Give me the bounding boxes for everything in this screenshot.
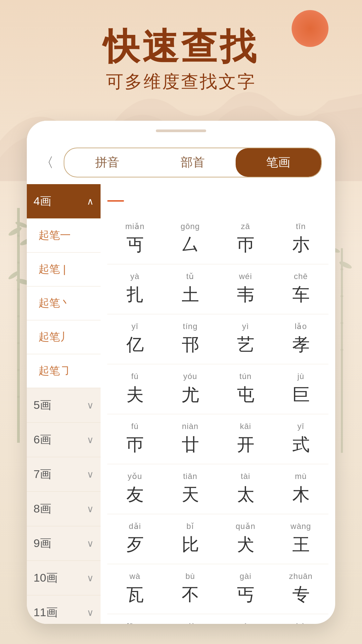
sidebar-subitem-qi1[interactable]: 起笔一	[27, 219, 101, 253]
svg-rect-4	[17, 262, 20, 264]
char-cell-22[interactable]: tài太	[218, 464, 273, 514]
char-cell-17[interactable]: niàn廿	[163, 414, 218, 464]
sidebar-label-4hua: 4画	[34, 194, 51, 209]
char-chinese-27: 王	[292, 533, 310, 556]
char-cell-29[interactable]: bù不	[163, 564, 218, 614]
app-content: 〈 拼音 部首 笔画 4画 ∧ 起笔一 起笔 |	[27, 141, 335, 624]
char-pinyin-11: lǎo	[295, 322, 307, 331]
svg-rect-29	[341, 295, 343, 297]
sidebar-item-8hua[interactable]: 8画 ∨	[27, 492, 101, 526]
sidebar-subitem-qi2[interactable]: 起笔 |	[27, 253, 101, 286]
char-chinese-7: 车	[292, 283, 310, 307]
char-chinese-25: 比	[182, 533, 199, 556]
char-chinese-29: 不	[182, 583, 199, 606]
char-chinese-15: 巨	[292, 383, 310, 407]
char-cell-28[interactable]: wà瓦	[107, 564, 163, 614]
main-body: 4画 ∧ 起笔一 起笔 | 起笔丶 起笔丿 起笔㇆	[27, 184, 335, 624]
char-pinyin-24: dǎi	[129, 522, 141, 531]
phone-mockup: 〈 拼音 部首 笔画 4画 ∧ 起笔一 起笔 |	[27, 121, 335, 624]
sidebar-item-5hua[interactable]: 5画 ∨	[27, 388, 101, 423]
sidebar-item-11hua[interactable]: 11画 ∨	[27, 595, 101, 624]
chevron-down-icon-10: ∨	[87, 573, 94, 584]
sidebar-sublabel-qi2: 起笔 |	[39, 262, 66, 277]
char-cell-6[interactable]: wéi韦	[218, 264, 273, 314]
char-chinese-2: 帀	[237, 233, 254, 257]
sidebar-subitem-qi4[interactable]: 起笔丿	[27, 320, 101, 354]
char-chinese-28: 瓦	[126, 583, 144, 606]
char-cell-33[interactable]: xià丕	[163, 614, 218, 624]
char-cell-35[interactable]: hù互	[273, 614, 328, 624]
char-cell-18[interactable]: kāi开	[218, 414, 273, 464]
tab-bihua[interactable]: 笔画	[236, 148, 321, 177]
char-cell-26[interactable]: quǎn犬	[218, 514, 273, 564]
char-cell-10[interactable]: yì艺	[218, 314, 273, 364]
char-chinese-16: 帀	[126, 433, 144, 457]
sidebar-label-7hua: 7画	[34, 467, 51, 482]
char-cell-27[interactable]: wàng王	[273, 514, 328, 564]
char-cell-30[interactable]: gài丐	[218, 564, 273, 614]
char-cell-20[interactable]: yǒu友	[107, 464, 163, 514]
sidebar-subitem-qi5[interactable]: 起笔㇆	[27, 354, 101, 388]
char-cell-14[interactable]: tún屯	[218, 364, 273, 414]
svg-point-15	[7, 226, 22, 237]
char-cell-5[interactable]: tǔ土	[163, 264, 218, 314]
char-chinese-10: 艺	[237, 333, 254, 357]
tabs-container: 拼音 部首 笔画	[64, 148, 322, 177]
svg-point-35	[339, 260, 353, 270]
char-cell-19[interactable]: yī式	[273, 414, 328, 464]
char-chinese-21: 天	[182, 483, 199, 506]
char-pinyin-33: xià	[185, 622, 196, 624]
sidebar-label-11hua: 11画	[34, 605, 58, 620]
char-cell-32[interactable]: fēng丰	[107, 614, 163, 624]
char-pinyin-12: fú	[131, 372, 138, 381]
char-pinyin-25: bǐ	[186, 522, 194, 531]
char-chinese-31: 专	[292, 583, 310, 606]
char-chinese-23: 木	[292, 483, 310, 506]
char-cell-2[interactable]: zā帀	[218, 214, 273, 264]
char-cell-12[interactable]: fú夫	[107, 364, 163, 414]
char-cell-7[interactable]: chē车	[273, 264, 328, 314]
content-area: miǎn丏gōng厶zā帀tīn朩yà扎tǔ土wéi韦chē车yī亿tíng邗y…	[101, 184, 335, 624]
char-cell-0[interactable]: miǎn丏	[107, 214, 163, 264]
char-pinyin-2: zā	[241, 222, 250, 231]
char-cell-15[interactable]: jù巨	[273, 364, 328, 414]
char-pinyin-8: yī	[131, 322, 138, 331]
tab-bushou[interactable]: 部首	[150, 148, 235, 177]
svg-rect-3	[17, 235, 20, 237]
char-cell-11[interactable]: lǎo孝	[273, 314, 328, 364]
char-pinyin-22: tài	[241, 472, 250, 481]
char-cell-3[interactable]: tīn朩	[273, 214, 328, 264]
char-cell-34[interactable]: yún云	[218, 614, 273, 624]
char-cell-25[interactable]: bǐ比	[163, 514, 218, 564]
sidebar-subitem-qi3[interactable]: 起笔丶	[27, 286, 101, 320]
sidebar-item-10hua[interactable]: 10画 ∨	[27, 561, 101, 595]
char-cell-16[interactable]: fú帀	[107, 414, 163, 464]
chevron-down-icon-6: ∨	[87, 434, 94, 445]
char-chinese-18: 开	[237, 433, 254, 457]
main-title: 快速查找	[0, 27, 362, 67]
char-cell-9[interactable]: tíng邗	[163, 314, 218, 364]
sidebar-item-9hua[interactable]: 9画 ∨	[27, 526, 101, 561]
char-cell-23[interactable]: mù木	[273, 464, 328, 514]
sidebar-item-4hua[interactable]: 4画 ∧	[27, 184, 101, 219]
back-button[interactable]: 〈	[37, 152, 57, 173]
char-cell-1[interactable]: gōng厶	[163, 214, 218, 264]
char-cell-31[interactable]: zhuān专	[273, 564, 328, 614]
char-cell-4[interactable]: yà扎	[107, 264, 163, 314]
char-chinese-26: 犬	[237, 533, 254, 556]
sidebar-item-7hua[interactable]: 7画 ∨	[27, 457, 101, 492]
sidebar-label-10hua: 10画	[34, 570, 58, 586]
char-pinyin-15: jù	[297, 372, 304, 381]
char-cell-24[interactable]: dǎi歹	[107, 514, 163, 564]
char-chinese-17: 廿	[182, 433, 199, 457]
tab-pinyin[interactable]: 拼音	[64, 148, 150, 177]
char-pinyin-26: quǎn	[236, 522, 255, 531]
char-pinyin-34: yún	[239, 622, 253, 624]
sidebar-item-6hua[interactable]: 6画 ∨	[27, 423, 101, 457]
char-cell-21[interactable]: tiān天	[163, 464, 218, 514]
char-cell-8[interactable]: yī亿	[107, 314, 163, 364]
char-cell-13[interactable]: yóu尤	[163, 364, 218, 414]
char-pinyin-14: tún	[239, 372, 251, 381]
char-chinese-20: 友	[126, 483, 144, 506]
char-chinese-22: 太	[237, 483, 254, 506]
